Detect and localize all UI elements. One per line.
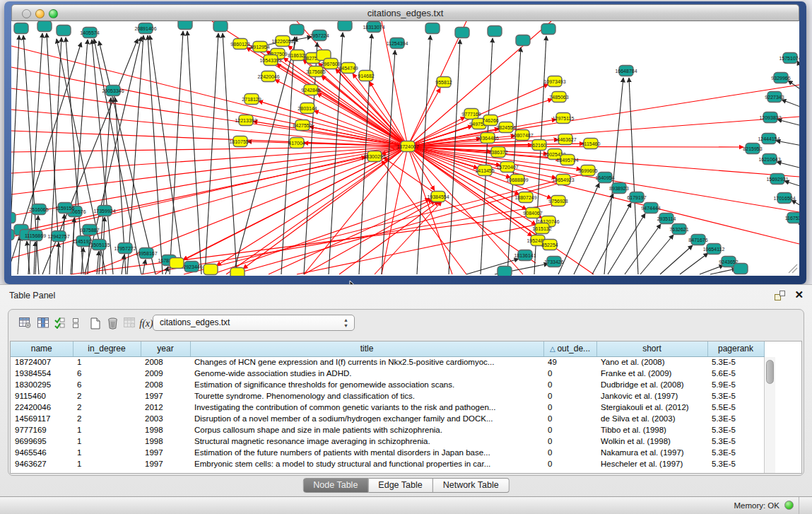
graph-node[interactable]: 9115460 bbox=[582, 139, 601, 149]
graph-node[interactable]: 11254394 bbox=[387, 38, 408, 49]
graph-node[interactable]: 7485063 bbox=[549, 92, 568, 103]
graph-node[interactable]: 9329966 bbox=[771, 73, 790, 83]
table-cell[interactable]: 1 bbox=[73, 424, 141, 436]
graph-node[interactable] bbox=[290, 25, 304, 35]
graph-node[interactable] bbox=[498, 267, 512, 276]
graph-node[interactable]: 16648784 bbox=[615, 66, 637, 76]
table-cell[interactable]: Franke et al. (2009) bbox=[596, 368, 707, 379]
graph-node[interactable]: 15692931 bbox=[766, 174, 788, 185]
graph-node[interactable]: 20891406 bbox=[134, 23, 156, 34]
graph-node[interactable]: 2967608 bbox=[321, 59, 340, 69]
table-row[interactable]: 1830029562008Estimation of significance … bbox=[11, 379, 764, 390]
table-row[interactable]: 969969511998Structural magnetic resonanc… bbox=[11, 436, 764, 447]
column-header-short[interactable]: short bbox=[596, 341, 707, 356]
table-cell[interactable]: 0 bbox=[543, 379, 596, 390]
table-cell[interactable]: Nakamura et al. (1997) bbox=[596, 447, 707, 458]
graph-node[interactable]: 1640954 bbox=[595, 173, 614, 183]
graph-node[interactable]: 7632621 bbox=[669, 224, 688, 235]
table-cell[interactable]: Dudbridge et al. (2008) bbox=[596, 379, 707, 390]
table-cell[interactable]: 22420046 bbox=[11, 402, 73, 413]
graph-node[interactable]: 9242848 bbox=[301, 85, 320, 95]
table-cell[interactable]: 1998 bbox=[141, 436, 190, 447]
table-cell[interactable]: 1997 bbox=[141, 447, 190, 458]
table-cell[interactable]: 2012 bbox=[141, 402, 190, 413]
table-cell[interactable]: 9463627 bbox=[11, 458, 73, 469]
table-cell[interactable]: 2 bbox=[73, 402, 141, 413]
show-columns-icon[interactable] bbox=[35, 316, 51, 332]
graph-node[interactable]: 1733426 bbox=[544, 257, 563, 267]
graph-node[interactable] bbox=[230, 268, 245, 276]
table-cell[interactable]: Changes of HCN gene expression and I(f) … bbox=[190, 356, 543, 368]
table-cell[interactable]: 5.3E-5 bbox=[707, 458, 764, 469]
table-cell[interactable]: 5.3E-5 bbox=[707, 390, 764, 402]
table-cell[interactable]: Tourette syndrome. Phenomenology and cla… bbox=[190, 390, 543, 402]
table-cell[interactable]: Genome-wide association studies in ADHD. bbox=[190, 368, 543, 379]
table-cell[interactable]: 1 bbox=[73, 447, 141, 458]
graph-node[interactable] bbox=[57, 25, 71, 36]
table-row[interactable]: 946362711997Embryonic stem cells: a mode… bbox=[11, 458, 764, 469]
table-cell[interactable]: 0 bbox=[543, 424, 596, 436]
table-row[interactable]: 1872400712008Changes of HCN gene express… bbox=[11, 356, 764, 368]
column-header-name[interactable]: name bbox=[11, 341, 73, 356]
tab-network-table[interactable]: Network Table bbox=[433, 478, 510, 493]
function-builder-icon[interactable]: f(x) bbox=[139, 316, 154, 332]
table-cell[interactable]: 1 bbox=[73, 436, 141, 447]
graph-node[interactable]: 746266 bbox=[482, 115, 498, 126]
graph-node[interactable]: 9699695 bbox=[578, 165, 597, 176]
table-cell[interactable]: 18724007 bbox=[11, 356, 73, 368]
graph-node[interactable] bbox=[338, 21, 352, 31]
clear-selection-icon[interactable] bbox=[68, 316, 83, 332]
table-cell[interactable]: 9115460 bbox=[11, 390, 73, 402]
graph-node[interactable]: 2718129 bbox=[242, 94, 261, 105]
table-cell[interactable]: 0 bbox=[543, 390, 596, 402]
graph-node[interactable] bbox=[178, 21, 192, 30]
graph-node[interactable]: 914682 bbox=[358, 71, 374, 81]
graph-node[interactable]: 14463627 bbox=[554, 134, 576, 145]
graph-node[interactable]: 8938923 bbox=[609, 183, 628, 194]
table-cell[interactable]: 5.6E-5 bbox=[707, 368, 764, 379]
graph-node[interactable]: 8471676 bbox=[688, 235, 707, 245]
table-cell[interactable]: Estimation of significance thresholds fo… bbox=[190, 379, 543, 390]
table-cell[interactable]: 49 bbox=[543, 356, 596, 368]
tab-node-table[interactable]: Node Table bbox=[302, 478, 368, 493]
graph-node[interactable]: 1167533 bbox=[785, 213, 799, 223]
graph-node[interactable]: 16210643 bbox=[758, 154, 780, 165]
table-cell[interactable]: Investigating the contribution of common… bbox=[190, 402, 543, 413]
table-cell[interactable]: 0 bbox=[543, 402, 596, 413]
column-header-year[interactable]: year bbox=[141, 341, 190, 356]
table-cell[interactable]: 5.3E-5 bbox=[707, 424, 764, 436]
table-row[interactable]: 946554611997Estimation of the future num… bbox=[11, 447, 764, 458]
table-cell[interactable]: Wolkin et al. (1998) bbox=[596, 436, 707, 447]
graph-node[interactable]: 9777169 bbox=[461, 109, 481, 119]
float-panel-icon[interactable] bbox=[775, 291, 785, 300]
graph-node[interactable] bbox=[213, 21, 228, 32]
select-all-icon[interactable] bbox=[52, 316, 68, 332]
graph-node[interactable]: 8454749 bbox=[339, 63, 358, 74]
graph-node[interactable] bbox=[11, 213, 16, 223]
table-cell[interactable]: Stergiakouli et al. (2012) bbox=[596, 402, 707, 413]
table-cell[interactable]: 0 bbox=[543, 413, 596, 424]
graph-node[interactable]: 955812 bbox=[435, 77, 452, 88]
graph-node[interactable]: 417004 bbox=[288, 138, 305, 148]
graph-node[interactable]: 20364486 bbox=[476, 133, 498, 144]
table-cell[interactable]: 0 bbox=[543, 368, 596, 379]
graph-node[interactable] bbox=[734, 264, 748, 274]
table-cell[interactable]: 2003 bbox=[141, 413, 190, 424]
table-cell[interactable]: 5.3E-5 bbox=[707, 447, 764, 458]
graph-node[interactable] bbox=[455, 28, 469, 38]
graph-node[interactable]: 9084067 bbox=[523, 208, 542, 218]
table-cell[interactable]: 1 bbox=[73, 458, 141, 469]
window-titlebar[interactable]: citations_edges.txt bbox=[11, 4, 799, 21]
graph-node[interactable]: 17957272 bbox=[114, 243, 136, 254]
network-canvas[interactable]: 1405574208914067957224183130741125439420… bbox=[11, 21, 799, 276]
graph-node[interactable]: 2516065 bbox=[29, 204, 48, 215]
tab-edge-table[interactable]: Edge Table bbox=[368, 478, 433, 493]
table-cell[interactable]: 14569117 bbox=[11, 413, 73, 424]
table-scrollbar[interactable] bbox=[764, 357, 775, 473]
graph-node[interactable]: 18313074 bbox=[363, 22, 384, 33]
table-cell[interactable]: 0 bbox=[543, 436, 596, 447]
table-row[interactable]: 977716911998Corpus callosum shape and si… bbox=[11, 424, 764, 436]
table-cell[interactable]: 5.3E-5 bbox=[707, 436, 764, 447]
graph-node[interactable]: 12444154 bbox=[758, 134, 779, 144]
graph-node[interactable]: 7957224 bbox=[310, 30, 329, 41]
